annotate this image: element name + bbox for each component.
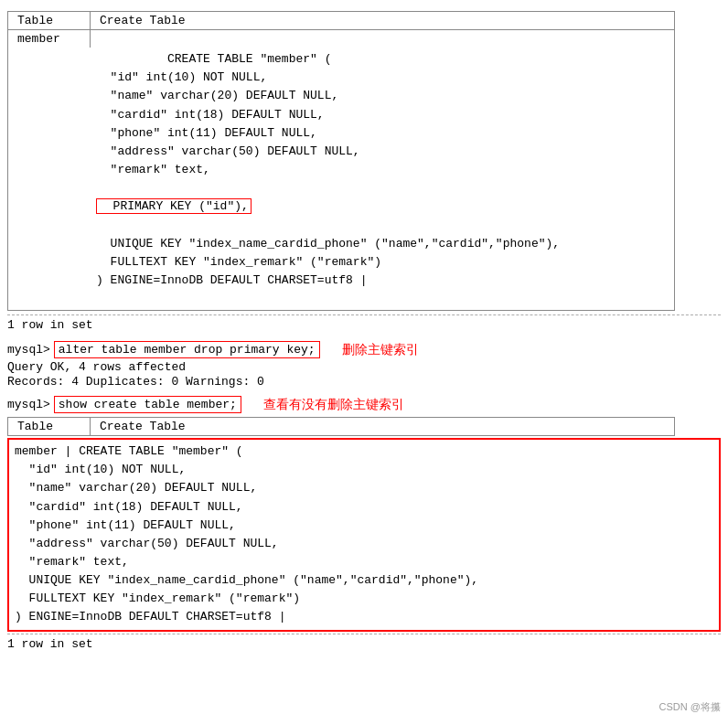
prompt1-label: mysql>	[7, 343, 50, 357]
col-header-table: Table	[8, 12, 91, 29]
row-in-set-2: 1 row in set	[7, 637, 721, 651]
table1-row-create-cell: CREATE TABLE "member" ( "id" int(10) NOT…	[91, 30, 565, 310]
cmd1-annotation: 删除主键索引	[342, 342, 419, 358]
create-pre-pk: CREATE TABLE "member" ( "id" int(10) NOT…	[96, 52, 360, 176]
row-in-set-1: 1 row in set	[7, 318, 721, 332]
records-line: Records: 4 Duplicates: 0 Warnings: 0	[7, 375, 721, 389]
create-post-pk: UNIQUE KEY "index_name_cardid_phone" ("n…	[96, 237, 560, 287]
cmd2-block: mysql> show create table member; 查看有没有删除…	[7, 396, 721, 413]
cmd1-box: alter table member drop primary key;	[54, 341, 320, 358]
primary-key-line: PRIMARY KEY ("id"),	[96, 197, 252, 216]
query-ok: Query OK, 4 rows affected	[7, 360, 721, 374]
divider-1	[7, 314, 721, 315]
col2-header-create: Create Table	[91, 418, 195, 435]
cmd2-annotation: 查看有没有删除主键索引	[263, 397, 404, 413]
col2-header-table: Table	[8, 418, 91, 435]
divider-2	[7, 634, 721, 634]
cmd1-block: mysql> alter table member drop primary k…	[7, 341, 721, 358]
prompt2-label: mysql>	[7, 398, 50, 411]
table2-data-section: member | CREATE TABLE "member" ( "id" in…	[7, 438, 721, 631]
table1-row-table-cell: member	[8, 30, 91, 48]
col-header-create: Create Table	[91, 12, 195, 29]
cmd2-box: show create table member;	[54, 396, 241, 413]
watermark: CSDN @将攥	[659, 700, 721, 714]
